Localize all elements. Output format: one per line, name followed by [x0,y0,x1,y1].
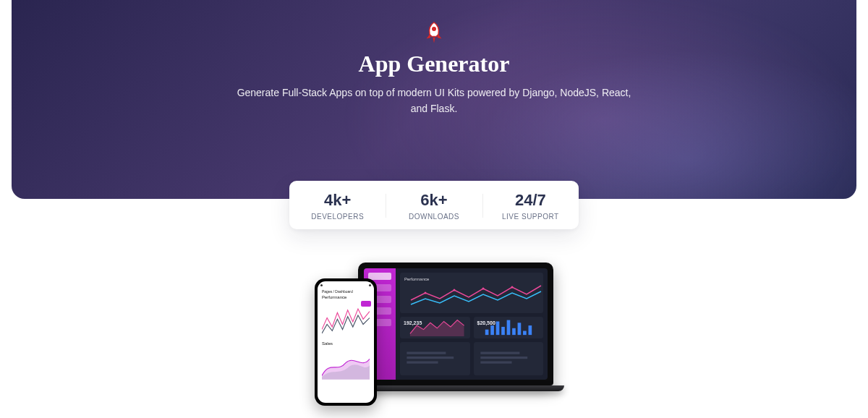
dashboard-card-4 [474,342,544,375]
phone-chart1-title: Performance [322,295,370,299]
phone-chart-sales [320,350,371,383]
page-subtitle: Generate Full-Stack Apps on top of moder… [231,85,637,117]
phone-chart-performance [320,301,371,341]
stat-label: DEVELOPERS [289,213,386,221]
stat-label: DOWNLOADS [386,213,482,221]
svg-rect-19 [480,361,511,363]
svg-point-0 [432,27,436,31]
svg-rect-17 [480,351,519,354]
phone-status-bar [320,284,371,287]
svg-rect-9 [506,320,510,335]
svg-rect-11 [517,323,521,335]
chart-title: Performance [404,277,539,281]
svg-rect-18 [480,357,527,359]
svg-point-4 [511,286,514,289]
phone-screen: Pages / Dashboard Performance Sales [318,281,374,403]
svg-rect-12 [523,330,527,335]
svg-rect-7 [495,321,499,335]
product-mockup: Performance 192,235 [0,263,868,407]
stat-value: 4k+ [289,191,386,210]
stat-developers: 4k+ DEVELOPERS [289,191,386,221]
svg-point-1 [425,292,427,294]
laptop-mockup: Performance 192,235 [358,263,553,400]
page-title: App Generator [12,51,856,77]
svg-rect-10 [512,328,516,334]
stat-label: LIVE SUPPORT [482,213,579,221]
svg-rect-15 [407,357,454,359]
svg-point-3 [482,288,485,290]
laptop-screen: Performance 192,235 [358,263,553,385]
phone-mockup: Pages / Dashboard Performance Sales [315,278,377,406]
svg-rect-16 [407,361,438,363]
laptop-base [347,385,564,391]
stat-support: 24/7 LIVE SUPPORT [482,191,579,221]
hero-section: App Generator Generate Full-Stack Apps o… [12,0,856,199]
mockup-wrap: Performance 192,235 [315,263,553,407]
dashboard-ui: Performance 192,235 [364,268,548,380]
hero-content: App Generator Generate Full-Stack Apps o… [12,0,856,117]
svg-point-2 [454,289,456,291]
svg-rect-13 [528,325,532,335]
dashboard-main: Performance 192,235 [396,268,548,380]
dashboard-card-1: 192,235 [400,317,470,338]
stats-card: 4k+ DEVELOPERS 6k+ DOWNLOADS 24/7 LIVE S… [289,181,579,229]
dashboard-card-2: $20,500 [474,317,544,338]
stat-value: 6k+ [386,191,482,210]
rocket-icon [421,20,447,46]
dashboard-card-3 [400,342,470,375]
phone-breadcrumb: Pages / Dashboard [322,289,370,294]
stat-downloads: 6k+ DOWNLOADS [386,191,482,221]
svg-rect-8 [501,326,505,334]
svg-rect-6 [490,325,494,335]
svg-rect-14 [407,351,446,354]
dashboard-chart-performance: Performance [400,273,543,313]
svg-rect-5 [485,329,488,334]
stat-value: 24/7 [482,191,579,210]
